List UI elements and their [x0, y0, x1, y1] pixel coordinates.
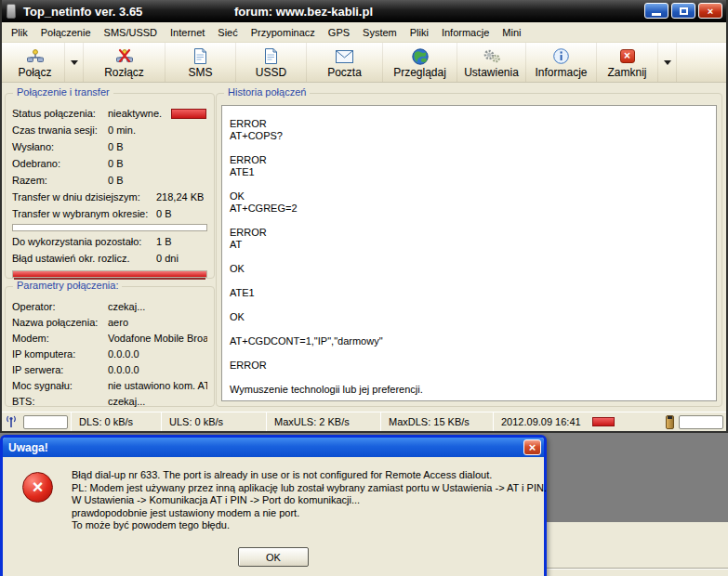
status-indicator	[171, 109, 206, 119]
field-label: BTS:	[12, 396, 108, 407]
maximize-button[interactable]	[671, 3, 695, 19]
battery-icon	[666, 415, 674, 429]
ussd-document-icon	[264, 48, 278, 65]
remaining-row: Do wykorzystania pozostało: 1 B	[6, 233, 214, 250]
main-content: Połączenie i transfer Status połączenia:…	[2, 84, 726, 412]
history-text: ERROR AT+COPS? ERROR ATE1 OK AT+CGREG=2 …	[230, 118, 708, 396]
menu-informacje[interactable]: Informacje	[435, 24, 496, 41]
field-label: Nazwa połączenia:	[12, 317, 108, 328]
field-value: 0 min.	[108, 124, 136, 136]
dialog-message-line: prawdopodobnie jest ustawiony modem a ni…	[72, 507, 547, 520]
maxdls-value: MaxDLS: 15 KB/s	[381, 412, 493, 431]
field-label: Modem:	[12, 333, 108, 344]
computer-ip-row: IP komputera: 0.0.0.0	[6, 346, 214, 361]
field-value: 0 B	[108, 141, 124, 152]
statusbar: DLS: 0 kB/s ULS: 0 kB/s MaxULS: 2 KB/s M…	[2, 412, 726, 431]
ussd-label: USSD	[256, 66, 286, 79]
menu-sms-ussd[interactable]: SMS/USSD	[98, 24, 164, 41]
menu-system[interactable]: System	[356, 24, 404, 41]
received-row: Odebrano: 0 B	[6, 155, 214, 172]
menu-polaczenie[interactable]: Połączenie	[34, 24, 98, 41]
background-window-divider	[544, 568, 728, 569]
maximize-icon	[680, 7, 688, 15]
field-label: Wysłano:	[12, 141, 108, 152]
field-value: 0 B	[108, 158, 124, 169]
battery-meter-box	[679, 415, 723, 429]
disconnect-label: Rozłącz	[104, 66, 144, 79]
antenna-icon	[2, 412, 20, 431]
connect-dropdown[interactable]	[65, 43, 84, 82]
history-groupbox: Historia połączeń ERROR AT+COPS? ERROR A…	[216, 93, 722, 407]
dialog-message-line: Błąd dial-up nr 633. The port is already…	[72, 469, 547, 482]
field-label: Transfer w wybranym okresie:	[12, 208, 156, 219]
app-phone-icon	[7, 4, 16, 19]
transfer-groupbox-title: Połączenie i transfer	[13, 86, 113, 98]
status-row: Status połączenia: nieaktywne.	[6, 105, 214, 122]
menu-mini[interactable]: Mini	[496, 24, 527, 41]
app-titlebar[interactable]: Top_netinfo ver. 3.65 forum: www.bez-kab…	[2, 0, 726, 22]
signal-row: Moc sygnału: nie ustawiono kom. AT	[6, 377, 214, 393]
field-value: czekaj...	[108, 301, 145, 312]
connect-button[interactable]: Połącz	[6, 43, 65, 82]
params-groupbox: Parametry połączenia: Operator: czekaj..…	[5, 286, 215, 407]
menu-siec[interactable]: Sieć	[211, 24, 244, 41]
info-button[interactable]: Informacje	[526, 43, 597, 82]
menu-internet[interactable]: Internet	[164, 24, 211, 41]
transfer-progressbar	[12, 224, 207, 231]
menu-gps[interactable]: GPS	[322, 24, 356, 41]
field-label: Błąd ustawień okr. rozlicz.	[12, 253, 156, 264]
globe-icon	[412, 48, 429, 65]
uls-value: ULS: 0 kB/s	[162, 412, 266, 431]
settings-button[interactable]: Ustawienia	[457, 43, 526, 82]
dialog-titlebar[interactable]: Uwaga! ×	[3, 438, 544, 457]
bts-row: BTS: czekaj...	[6, 393, 214, 409]
toolbar: Połącz Rozłącz SMS USSD	[2, 43, 726, 83]
minimize-button[interactable]	[644, 3, 668, 19]
close-icon: ×	[708, 6, 713, 17]
field-value: aero	[108, 317, 128, 328]
session-time-row: Czas trwania sesji: 0 min.	[6, 122, 214, 138]
ussd-button[interactable]: USSD	[236, 43, 307, 82]
history-log[interactable]: ERROR AT+COPS? ERROR ATE1 OK AT+CGREG=2 …	[221, 105, 717, 401]
menubar: Plik Połączenie SMS/USSD Internet Sieć P…	[2, 22, 726, 43]
disconnect-button[interactable]: Rozłącz	[84, 43, 165, 82]
quit-dropdown[interactable]	[658, 43, 677, 82]
today-transfer-row: Transfer w dniu dzisiejszym: 218,24 KB	[6, 189, 214, 205]
field-label: Transfer w dniu dzisiejszym:	[12, 191, 156, 203]
minimize-icon	[652, 13, 661, 16]
window-controls: ×	[644, 3, 722, 19]
period-transfer-row: Transfer w wybranym okresie: 0 B	[6, 205, 214, 222]
field-value: Vodafone Mobile Broadb	[108, 333, 207, 344]
menu-plik[interactable]: Plik	[5, 24, 34, 41]
info-label: Informacje	[535, 66, 587, 79]
field-value: 0.0.0.0	[108, 364, 139, 375]
ok-button[interactable]: OK	[238, 547, 309, 567]
screen: Top_netinfo ver. 3.65 forum: www.bez-kab…	[0, 0, 728, 576]
dialog-close-button[interactable]: ×	[523, 439, 541, 455]
close-button[interactable]: ×	[698, 3, 722, 19]
field-value: 0.0.0.0	[108, 348, 139, 360]
sent-row: Wysłano: 0 B	[6, 138, 214, 155]
menu-pliki[interactable]: Pliki	[404, 24, 435, 41]
quit-button[interactable]: × Zamknij	[597, 43, 658, 82]
app-window: Top_netinfo ver. 3.65 forum: www.bez-kab…	[0, 0, 728, 433]
menu-przypominacz[interactable]: Przypominacz	[245, 24, 322, 41]
mail-button[interactable]: Poczta	[307, 43, 383, 82]
operator-row: Operator: czekaj...	[6, 298, 214, 314]
field-label: Czas trwania sesji:	[12, 124, 108, 136]
error-icon: ×	[22, 472, 53, 503]
field-label: Operator:	[12, 301, 108, 312]
dialog-message-line: PL: Modem jest używany przez inną aplika…	[72, 482, 547, 495]
transfer-groupbox: Połączenie i transfer Status połączenia:…	[5, 93, 215, 279]
chevron-down-icon	[71, 60, 78, 65]
field-value: 0 B	[156, 208, 172, 219]
browse-button[interactable]: Przeglądaj	[383, 43, 457, 82]
dialog-title: Uwaga!	[8, 441, 48, 454]
server-ip-row: IP serwera: 0.0.0.0	[6, 361, 214, 377]
field-value: nie ustawiono kom. AT	[108, 380, 207, 391]
sms-button[interactable]: SMS	[165, 43, 236, 82]
field-label: Status połączenia:	[12, 108, 108, 119]
connect-icon	[26, 48, 45, 65]
history-groupbox-title: Historia połączeń	[224, 86, 310, 98]
dls-value: DLS: 0 kB/s	[72, 412, 161, 431]
